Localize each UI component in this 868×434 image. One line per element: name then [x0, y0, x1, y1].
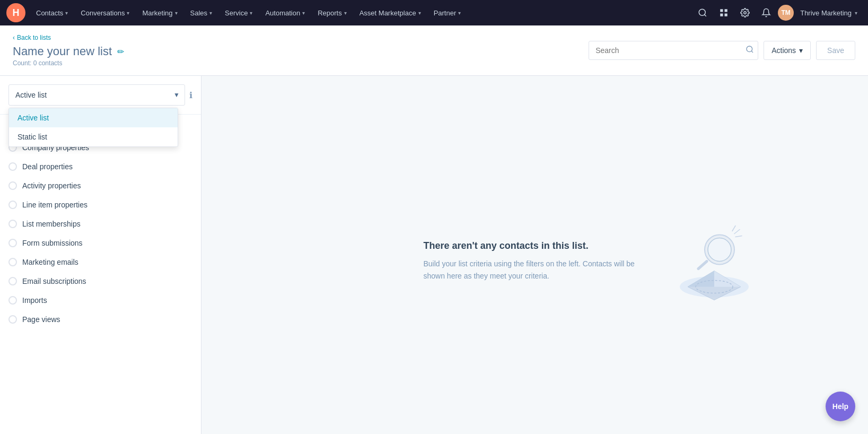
svg-rect-6 [725, 14, 727, 16]
hubspot-logo[interactable]: H [6, 3, 25, 22]
right-content: There aren't any contacts in this list. … [201, 76, 868, 434]
nav-item-reports[interactable]: Reports ▾ [311, 0, 353, 25]
radio-form-submissions [8, 239, 17, 247]
chevron-down-icon: ▾ [175, 10, 178, 16]
chevron-down-icon: ▾ [458, 10, 461, 16]
filter-item-marketing-emails[interactable]: Marketing emails [0, 253, 201, 272]
empty-state-title: There aren't any contacts in this list. [424, 240, 589, 251]
dropdown-option-static[interactable]: Static list [9, 127, 178, 146]
grid-icon-btn[interactable] [714, 3, 733, 22]
chevron-down-icon: ▾ [344, 10, 347, 16]
chevron-down-icon: ▾ [302, 10, 305, 16]
radio-deal-properties [8, 162, 17, 171]
header-right: Actions ▾ Save [589, 41, 855, 60]
radio-imports [8, 296, 17, 305]
main-content: Active list ▼ Active list Static list ℹ [0, 76, 868, 434]
save-button[interactable]: Save [816, 41, 855, 60]
filter-item-activity-properties[interactable]: Activity properties [0, 176, 201, 195]
svg-line-17 [734, 230, 740, 234]
radio-marketing-emails [8, 258, 17, 266]
svg-point-2 [699, 9, 705, 15]
svg-point-7 [744, 12, 747, 14]
radio-list-memberships [8, 220, 17, 228]
contact-count: Count: 0 contacts [13, 59, 124, 67]
list-type-dropdown-button[interactable]: Active list [8, 84, 185, 106]
nav-item-service[interactable]: Service ▾ [218, 0, 259, 25]
chevron-down-icon: ▾ [418, 10, 421, 16]
empty-state-description: Build your list criteria using the filte… [424, 258, 646, 282]
actions-chevron-icon: ▾ [799, 46, 803, 55]
page-title: Name your new list [13, 45, 112, 58]
filter-list: Contact properties Company properties De… [0, 115, 201, 333]
chevron-down-icon: ▾ [127, 10, 129, 16]
search-icon[interactable] [746, 45, 754, 56]
edit-icon[interactable]: ✏ [117, 47, 124, 57]
filter-item-list-memberships[interactable]: List memberships [0, 214, 201, 233]
page-header: ‹ Back to lists Name your new list ✏ Cou… [0, 25, 868, 76]
chevron-down-icon: ▾ [65, 10, 68, 16]
svg-line-19 [732, 226, 735, 231]
settings-icon-btn[interactable] [735, 3, 755, 22]
svg-rect-4 [725, 9, 727, 12]
svg-point-15 [708, 238, 731, 262]
filter-item-form-submissions[interactable]: Form submissions [0, 233, 201, 253]
svg-text:H: H [13, 7, 20, 18]
back-arrow-icon: ‹ [13, 34, 15, 41]
list-type-wrapper: Active list ▼ Active list Static list ℹ [8, 84, 192, 106]
radio-page-views [8, 315, 17, 324]
actions-button[interactable]: Actions ▾ [764, 41, 811, 60]
empty-state-illustration [667, 218, 762, 305]
search-input[interactable] [589, 41, 758, 60]
dropdown-option-active[interactable]: Active list [9, 108, 178, 127]
chevron-down-icon: ▾ [250, 10, 252, 16]
nav-item-marketing[interactable]: Marketing ▾ [136, 0, 183, 25]
list-type-menu: Active list Static list [8, 108, 178, 147]
svg-rect-5 [720, 14, 723, 16]
search-box [589, 41, 758, 60]
chevron-down-icon: ▾ [209, 10, 212, 16]
nav-item-contacts[interactable]: Contacts ▾ [30, 0, 74, 25]
help-button[interactable]: Help [826, 392, 855, 421]
filter-item-line-item-properties[interactable]: Line item properties [0, 195, 201, 214]
notifications-icon-btn[interactable] [757, 3, 776, 22]
svg-point-8 [747, 46, 752, 52]
filter-item-deal-properties[interactable]: Deal properties [0, 157, 201, 176]
list-type-section: Active list ▼ Active list Static list ℹ [0, 76, 201, 115]
list-type-dropdown: Active list ▼ Active list Static list [8, 84, 185, 106]
radio-email-subscriptions [8, 277, 17, 285]
account-name[interactable]: Thrive Marketing ▾ [796, 7, 862, 19]
empty-state: There aren't any contacts in this list. … [402, 219, 668, 303]
search-icon-btn[interactable] [693, 3, 712, 22]
nav-right: TM Thrive Marketing ▾ [693, 3, 862, 22]
page-title-row: Name your new list ✏ [13, 45, 124, 58]
radio-activity-properties [8, 181, 17, 190]
nav-item-partner[interactable]: Partner ▾ [427, 0, 468, 25]
nav-items: Contacts ▾ Conversations ▾ Marketing ▾ S… [30, 0, 693, 25]
info-icon[interactable]: ℹ [189, 90, 192, 100]
filter-item-imports[interactable]: Imports [0, 291, 201, 310]
svg-line-16 [698, 262, 707, 269]
avatar[interactable]: TM [778, 5, 794, 21]
radio-line-item-properties [8, 201, 17, 209]
account-chevron-icon: ▾ [855, 10, 857, 16]
left-sidebar: Active list ▼ Active list Static list ℹ [0, 76, 201, 434]
filter-item-page-views[interactable]: Page views [0, 310, 201, 329]
back-to-lists-link[interactable]: ‹ Back to lists [13, 34, 124, 41]
svg-line-18 [735, 236, 742, 237]
nav-item-asset-marketplace[interactable]: Asset Marketplace ▾ [353, 0, 427, 25]
header-left: ‹ Back to lists Name your new list ✏ Cou… [13, 34, 124, 67]
svg-rect-3 [720, 9, 723, 12]
filter-item-email-subscriptions[interactable]: Email subscriptions [0, 272, 201, 291]
nav-item-conversations[interactable]: Conversations ▾ [74, 0, 136, 25]
nav-item-automation[interactable]: Automation ▾ [259, 0, 311, 25]
top-navigation: H Contacts ▾ Conversations ▾ Marketing ▾… [0, 0, 868, 25]
nav-item-sales[interactable]: Sales ▾ [184, 0, 219, 25]
